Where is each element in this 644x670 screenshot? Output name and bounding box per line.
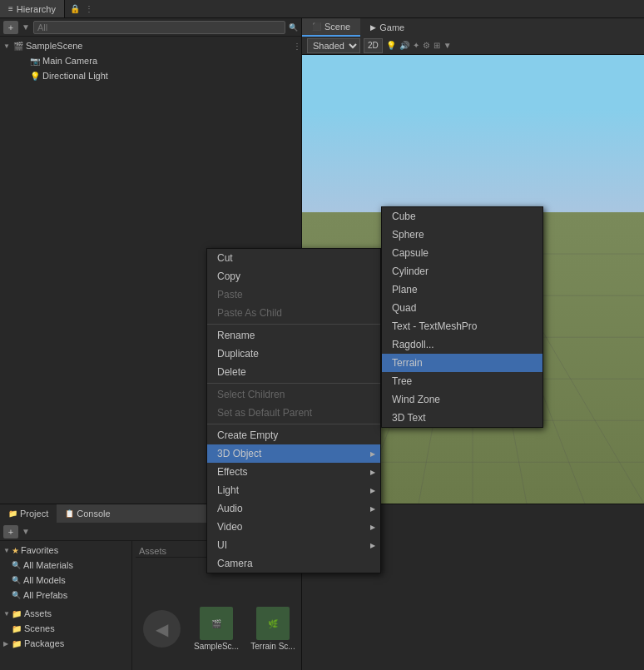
ctx-item-light[interactable]: Light	[207, 481, 380, 499]
tab-project[interactable]: 📁 Project	[0, 504, 57, 523]
paste-label: Paste	[217, 289, 243, 300]
more-icon[interactable]: ⋮	[85, 4, 93, 13]
submenu-item-sphere[interactable]: Sphere	[382, 226, 542, 244]
tree-item-packages[interactable]: ▶ 📁 Packages	[0, 636, 131, 651]
tab-scene[interactable]: ⬛ Scene	[302, 18, 360, 37]
add-button[interactable]: +	[3, 21, 18, 34]
light-toggle-icon[interactable]: 💡	[386, 41, 396, 50]
tab-hierarchy-label: Hierarchy	[17, 4, 56, 14]
light-label: Light	[217, 484, 239, 496]
ctx-item-delete[interactable]: Delete	[207, 363, 380, 381]
camera-label: Main Camera	[42, 56, 97, 66]
render-mode-icon[interactable]: ⊞	[433, 41, 440, 50]
project-add-arrow: ▼	[22, 527, 30, 536]
scene-more-icon[interactable]: ⋮	[293, 42, 301, 51]
submenu-item-cylinder[interactable]: Cylinder	[382, 262, 542, 280]
hierarchy-item-main-camera[interactable]: 📷 Main Camera	[0, 53, 301, 68]
ctx-item-ui[interactable]: UI	[207, 536, 380, 554]
scene-tab-bar: ⬛ Scene ▶ Game	[302, 18, 644, 37]
submenu-item-textmeshpro[interactable]: Text - TextMeshPro	[382, 317, 542, 335]
copy-label: Copy	[217, 270, 240, 282]
submenu-item-quad[interactable]: Quad	[382, 299, 542, 317]
assets-folder-icon: 📁	[12, 609, 22, 618]
ctx-item-audio[interactable]: Audio	[207, 499, 380, 518]
ctx-item-create-empty[interactable]: Create Empty	[207, 426, 380, 444]
effects-toggle-icon[interactable]: ✦	[413, 41, 419, 50]
ctx-item-video[interactable]: Video	[207, 518, 380, 536]
hierarchy-tab-actions: 🔒 ⋮	[65, 0, 98, 17]
video-label: Video	[217, 521, 242, 533]
ctx-item-set-default-parent: Set as Default Parent	[207, 404, 380, 422]
search-icon-prefabs: 🔍	[12, 591, 21, 599]
project-tab-icon: 📁	[8, 509, 17, 518]
delete-label: Delete	[217, 366, 246, 378]
cut-label: Cut	[217, 252, 233, 264]
hierarchy-icon: ≡	[8, 4, 13, 13]
project-tab-label: Project	[20, 509, 48, 519]
console-tab-icon: 📋	[65, 509, 74, 518]
samplescene-icon: 🎬	[200, 607, 233, 640]
submenu-item-cube[interactable]: Cube	[382, 207, 542, 226]
ctx-item-rename[interactable]: Rename	[207, 326, 380, 345]
search-input[interactable]	[33, 21, 285, 34]
cube-label: Cube	[392, 211, 416, 222]
submenu-item-ragdoll[interactable]: Ragdoll...	[382, 335, 542, 354]
shaded-select[interactable]: Shaded	[307, 38, 360, 53]
tree-item-all-materials[interactable]: 🔍 All Materials	[0, 558, 131, 573]
project-add-button[interactable]: +	[3, 525, 18, 538]
tree-item-assets[interactable]: ▼ 📁 Assets	[0, 606, 131, 621]
submenu-item-wind-zone[interactable]: Wind Zone	[382, 390, 542, 409]
back-arrow-icon: ◀	[143, 610, 181, 648]
ctx-item-effects[interactable]: Effects	[207, 463, 380, 481]
submenu-3d-object: Cube Sphere Capsule Cylinder Plane Quad …	[381, 206, 543, 428]
search-icon-models: 🔍	[12, 576, 21, 584]
back-arrow-button[interactable]: ◀	[139, 610, 185, 648]
hierarchy-item-directional-light[interactable]: 💡 Directional Light	[0, 68, 301, 83]
ctx-item-duplicate[interactable]: Duplicate	[207, 345, 380, 363]
tree-item-scenes[interactable]: 📁 Scenes	[0, 621, 131, 636]
audio-toggle-icon[interactable]: 🔊	[399, 41, 409, 50]
console-tab-label: Console	[77, 509, 110, 519]
submenu-item-capsule[interactable]: Capsule	[382, 244, 542, 262]
gizmo-toggle-icon[interactable]: ⚙	[423, 41, 430, 50]
scene-tab-icon: ⬛	[312, 22, 321, 31]
context-menu: Cut Copy Paste Paste As Child Rename Dup…	[206, 248, 381, 573]
scene-root-item[interactable]: ▼ 🎬 SampleScene ⋮	[0, 38, 301, 53]
samplescene-label: SampleSc...	[194, 642, 239, 651]
ctx-item-3d-object[interactable]: 3D Object	[207, 444, 380, 463]
tree-item-all-prefabs[interactable]: 🔍 All Prefabs	[0, 588, 131, 603]
quad-label: Quad	[392, 302, 416, 314]
paste-as-child-label: Paste As Child	[217, 307, 282, 319]
ctx-item-copy[interactable]: Copy	[207, 267, 380, 285]
submenu-item-terrain[interactable]: Terrain	[382, 354, 542, 372]
asset-item-terrainscene[interactable]: 🌿 Terrain Sc...	[248, 605, 298, 653]
ctx-sep-3	[207, 424, 380, 424]
all-models-label: All Models	[23, 575, 66, 585]
submenu-item-3d-text[interactable]: 3D Text	[382, 409, 542, 427]
asset-item-samplescene[interactable]: 🎬 SampleSc...	[191, 605, 241, 653]
tab-game[interactable]: ▶ Game	[360, 18, 414, 37]
effects-label: Effects	[217, 466, 247, 478]
ctx-item-paste-as-child: Paste As Child	[207, 304, 380, 322]
search-icon: 🔍	[289, 23, 298, 32]
capsule-label: Capsule	[392, 247, 429, 259]
tree-item-all-models[interactable]: 🔍 All Models	[0, 573, 131, 588]
submenu-item-plane[interactable]: Plane	[382, 280, 542, 299]
tree-item-favorites[interactable]: ▼ ★ Favorites	[0, 543, 131, 558]
scene-toolbar: Shaded 2D 💡 🔊 ✦ ⚙ ⊞ ▼	[302, 37, 644, 55]
duplicate-label: Duplicate	[217, 348, 259, 360]
submenu-item-tree[interactable]: Tree	[382, 372, 542, 390]
rename-label: Rename	[217, 330, 255, 341]
tab-hierarchy[interactable]: ≡ Hierarchy	[0, 0, 65, 17]
scene-dropdown-icon[interactable]: ▼	[443, 41, 452, 50]
ctx-item-camera[interactable]: Camera	[207, 554, 380, 573]
ctx-item-paste: Paste	[207, 285, 380, 304]
assets-label: Assets	[24, 608, 52, 618]
textmeshpro-label: Text - TextMeshPro	[392, 320, 477, 332]
tab-console[interactable]: 📋 Console	[57, 504, 118, 523]
wind-zone-label: Wind Zone	[392, 394, 440, 405]
2d-button[interactable]: 2D	[364, 38, 383, 53]
ctx-item-cut[interactable]: Cut	[207, 249, 380, 267]
lock-icon[interactable]: 🔒	[70, 4, 80, 13]
fav-arrow: ▼	[3, 547, 12, 554]
